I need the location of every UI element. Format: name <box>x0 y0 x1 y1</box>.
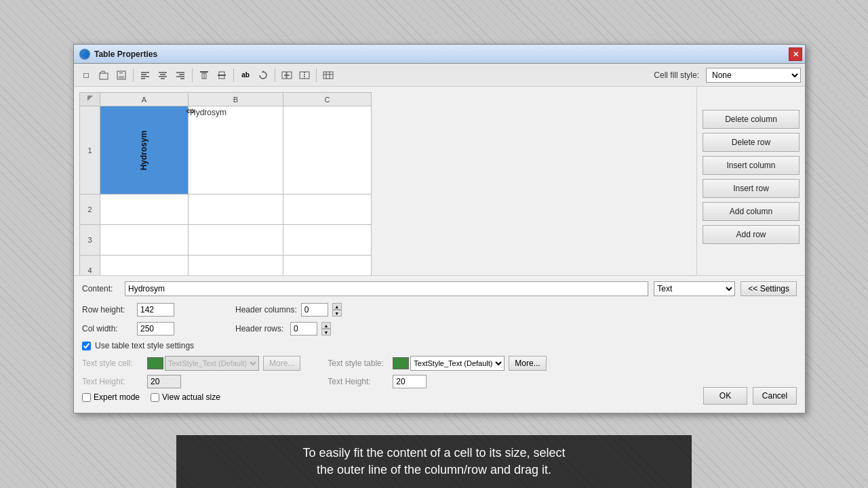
spreadsheet: A B C <box>79 92 372 286</box>
col-width-input[interactable] <box>137 322 174 336</box>
style-table-dropdown: TextStyle_Text (Default) <box>393 356 505 371</box>
style-table-more-button[interactable]: More... <box>509 356 546 371</box>
expert-mode-checkbox[interactable] <box>82 393 91 402</box>
table-row: 3 <box>80 225 372 256</box>
svg-marker-31 <box>87 96 93 101</box>
header-columns-label: Header columns: <box>235 305 297 314</box>
view-actual-size-label: View actual size <box>162 392 220 402</box>
row-height-input[interactable] <box>137 303 174 317</box>
expert-mode-label: Expert mode <box>94 392 140 402</box>
new-button[interactable]: □ <box>78 67 94 83</box>
col-resize-handle[interactable]: ⇔ <box>186 104 195 117</box>
text-height-cell-row: Text Height: <box>82 375 300 388</box>
settings-button[interactable]: << Settings <box>741 281 797 296</box>
cell-a2[interactable] <box>100 195 189 225</box>
expert-mode-row: Expert mode <box>82 392 140 402</box>
separator-1 <box>133 68 134 82</box>
open-button[interactable] <box>96 67 112 83</box>
bottom-checkboxes: Expert mode View actual size <box>82 392 220 402</box>
cell-c1[interactable] <box>283 106 372 195</box>
header-rows-input[interactable] <box>290 322 317 336</box>
header-rows-up[interactable]: ▲ <box>321 322 331 329</box>
valign-middle-button[interactable] <box>214 67 230 83</box>
view-actual-size-row: View actual size <box>151 392 220 402</box>
header-columns-up[interactable]: ▲ <box>332 303 342 310</box>
text-styles-row: Text style cell: TextStyle_Text (Default… <box>82 356 797 388</box>
header-rows-label: Header rows: <box>235 324 286 333</box>
split-cells-button[interactable] <box>296 67 313 83</box>
text-style-table-label: Text style table: <box>328 359 389 368</box>
cell-b1[interactable]: Hydrosym <box>189 106 283 195</box>
cell-b3[interactable] <box>189 225 283 256</box>
col-header-a: A <box>100 93 189 106</box>
header-columns-down[interactable]: ▼ <box>332 310 342 317</box>
col-width-label: Col width: <box>82 324 133 333</box>
add-row-button[interactable]: Add row <box>703 225 800 244</box>
svg-rect-2 <box>119 76 124 79</box>
rotate-button[interactable] <box>255 67 271 83</box>
table-properties-dialog: 🔵 Table Properties ✕ □ ab <box>73 44 806 413</box>
insert-row-button[interactable]: Insert row <box>703 179 800 198</box>
cancel-button[interactable]: Cancel <box>753 387 797 405</box>
table-row: 2 <box>80 195 372 225</box>
delete-row-button[interactable]: Delete row <box>703 133 800 152</box>
align-left-button[interactable] <box>137 67 153 83</box>
content-input[interactable] <box>125 281 648 296</box>
col-width-row: Col width: Header rows: ▲ ▼ <box>82 322 797 336</box>
insert-column-button[interactable]: Insert column <box>703 156 800 175</box>
save-button[interactable] <box>113 67 130 83</box>
valign-top-button[interactable] <box>196 67 212 83</box>
cell-a3[interactable] <box>100 225 189 256</box>
title-bar: 🔵 Table Properties ✕ <box>74 45 805 64</box>
dims-row: Row height: Header columns: ▲ ▼ <box>82 303 797 317</box>
content-type-select[interactable]: Text <box>654 281 735 296</box>
text-style-button[interactable]: ab <box>237 67 254 83</box>
svg-rect-3 <box>119 71 123 74</box>
col-header-c: C <box>283 93 372 106</box>
use-table-text-style-checkbox[interactable] <box>82 342 91 350</box>
style-table-select[interactable]: TextStyle_Text (Default) <box>410 356 505 371</box>
separator-4 <box>275 68 275 82</box>
header-columns-row: Header columns: ▲ ▼ <box>235 303 342 317</box>
separator-2 <box>192 68 193 82</box>
delete-column-button[interactable]: Delete column <box>703 110 800 129</box>
use-table-text-style-row: Use table text style settings <box>82 341 797 350</box>
add-column-button[interactable]: Add column <box>703 202 800 221</box>
ok-button[interactable]: OK <box>703 387 747 405</box>
row-height-row: Row height: <box>82 303 174 317</box>
close-button[interactable]: ✕ <box>789 47 802 61</box>
style-cell-dropdown: TextStyle_Text (Default) <box>147 356 259 371</box>
header-columns-input[interactable] <box>301 303 328 317</box>
align-center-button[interactable] <box>155 67 171 83</box>
cell-fill-label: Cell fill style: <box>654 70 699 80</box>
view-actual-size-checkbox[interactable] <box>151 393 159 402</box>
cell-a1-content: Hydrosym <box>140 130 149 170</box>
table-props-button[interactable] <box>320 67 336 83</box>
content-label: Content: <box>82 284 119 293</box>
cell-b2[interactable] <box>189 195 283 225</box>
cell-c3[interactable] <box>283 225 372 256</box>
dialog-title: Table Properties <box>94 49 157 59</box>
merge-cells-button[interactable] <box>279 67 295 83</box>
footer-buttons: OK Cancel <box>703 387 797 405</box>
align-right-button[interactable] <box>172 67 189 83</box>
cell-a1[interactable]: Hydrosym <box>100 106 189 195</box>
table-row: 1 Hydrosym Hydrosym <box>80 106 372 195</box>
separator-5 <box>316 68 317 82</box>
cell-c2[interactable] <box>283 195 372 225</box>
style-cell-color <box>147 357 163 369</box>
cell-fill-select[interactable]: None <box>706 68 801 83</box>
sheet-container: ⇔ A B <box>79 92 372 286</box>
properties-panel: Content: Text << Settings Row height: He… <box>74 275 805 413</box>
header-rows-down[interactable]: ▼ <box>321 329 331 336</box>
cell-b1-content: Hydrosym <box>190 108 226 117</box>
style-cell-select: TextStyle_Text (Default) <box>165 356 259 371</box>
text-height-table-input[interactable] <box>393 375 427 388</box>
tooltip-text: To easily fit the content of a cell to i… <box>302 446 565 476</box>
corner-cell <box>80 93 100 106</box>
style-cell-row: Text style cell: TextStyle_Text (Default… <box>82 356 300 371</box>
text-style-cell-label: Text style cell: <box>82 359 143 368</box>
svg-rect-27 <box>323 72 333 79</box>
col-width-prop: Col width: <box>82 322 174 336</box>
text-height-table-row: Text Height: <box>328 375 546 388</box>
